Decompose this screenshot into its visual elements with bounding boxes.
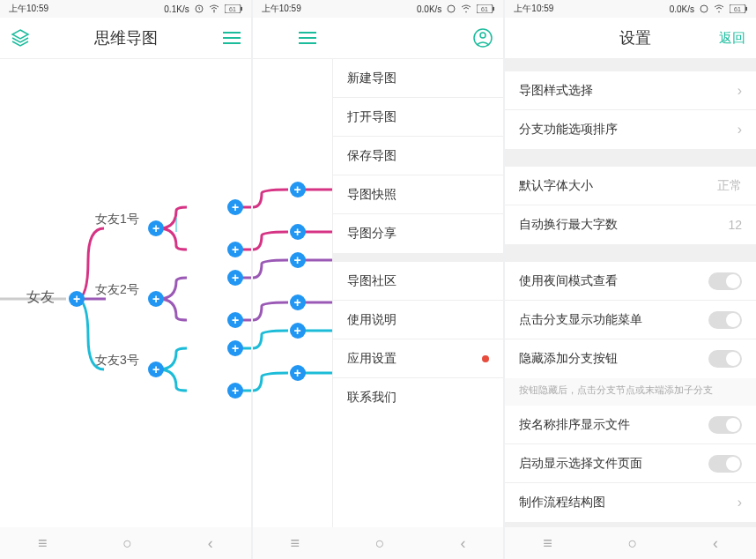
battery-icon: 61	[225, 4, 242, 13]
svg-point-7	[466, 11, 468, 13]
menu-item-new[interactable]: 新建导图	[333, 59, 504, 98]
chevron-right-icon: ›	[737, 83, 742, 99]
mindmap-sliver[interactable]: + + + + + +	[253, 59, 332, 527]
app-title: 思维导图	[30, 27, 223, 48]
setting-flowchart[interactable]: 制作流程结构图›	[505, 483, 756, 522]
branch-node[interactable]: 女友3号	[95, 353, 139, 369]
svg-text:61: 61	[229, 6, 236, 12]
app-bar: 设置 返回	[505, 18, 756, 58]
setting-branch-order[interactable]: 分支功能选项排序›	[505, 110, 756, 149]
add-node-button[interactable]: +	[227, 383, 243, 399]
system-nav-bar: ≡ ○ ‹	[505, 527, 756, 559]
add-node-button[interactable]: +	[148, 220, 164, 236]
chevron-right-icon: ›	[737, 495, 742, 511]
add-node-button[interactable]: +	[290, 365, 306, 381]
branch-node[interactable]: 女友2号	[95, 282, 139, 298]
status-time: 上午10:59	[9, 3, 48, 15]
setting-startup-picker[interactable]: 启动显示选择文件页面	[505, 444, 756, 483]
home-button[interactable]: ○	[122, 534, 132, 553]
status-bar: 上午10:59 0.1K/s 61	[0, 0, 251, 18]
menu-icon[interactable]	[223, 32, 241, 44]
add-node-button[interactable]: +	[227, 312, 243, 328]
add-node-button[interactable]: +	[227, 199, 243, 215]
add-node-button[interactable]: +	[290, 294, 306, 310]
setting-font-size[interactable]: 默认字体大小正常	[505, 167, 756, 205]
status-speed: 0.0K/s	[670, 4, 694, 14]
toggle[interactable]	[708, 416, 742, 434]
setting-sort-by-name[interactable]: 按名称排序显示文件	[505, 406, 756, 444]
status-speed: 0.0K/s	[417, 4, 441, 14]
svg-rect-9	[493, 7, 494, 11]
add-node-button[interactable]: +	[148, 361, 164, 377]
menu-item-settings[interactable]: 应用设置	[333, 339, 504, 378]
menu-item-share[interactable]: 导图分享	[333, 214, 504, 253]
notification-dot	[482, 355, 489, 362]
chevron-right-icon: ›	[737, 122, 742, 138]
status-time: 上午10:59	[514, 3, 553, 15]
home-button[interactable]: ○	[627, 534, 637, 553]
setting-wrap-chars[interactable]: 自动换行最大字数12	[505, 205, 756, 244]
svg-rect-3	[241, 7, 242, 11]
profile-icon[interactable]	[473, 28, 493, 48]
root-node[interactable]: 女友	[26, 288, 55, 307]
app-bar: 思维导图	[0, 18, 251, 58]
svg-text:61: 61	[734, 6, 741, 12]
back-button[interactable]: ‹	[208, 534, 213, 553]
add-node-button[interactable]: +	[227, 340, 243, 356]
setting-hide-add[interactable]: 隐藏添加分支按钮	[505, 339, 756, 378]
branch-node[interactable]: 女友1号	[95, 212, 139, 227]
menu-item-community[interactable]: 导图社区	[333, 262, 504, 301]
battery-icon: 61	[730, 4, 747, 13]
svg-point-12	[480, 33, 485, 38]
add-node-button[interactable]: +	[290, 323, 306, 339]
add-node-button[interactable]: +	[227, 242, 243, 257]
setting-click-menu[interactable]: 点击分支显示功能菜单	[505, 301, 756, 339]
recent-apps-button[interactable]: ≡	[38, 534, 48, 553]
wifi-icon	[461, 4, 471, 13]
drawer-menu: 新建导图 打开导图 保存导图 导图快照 导图分享 导图社区 使用说明 应用设置 …	[332, 59, 504, 527]
setting-style-select[interactable]: 导图样式选择›	[505, 71, 756, 110]
svg-point-1	[213, 11, 215, 13]
menu-content: + + + + + + 新建导图 打开导图 保存导图 导图快照 导图分享 导图社…	[253, 59, 504, 527]
alarm-icon	[700, 4, 708, 13]
add-node-button[interactable]: +	[69, 291, 85, 307]
add-node-button[interactable]: +	[148, 291, 164, 307]
svg-point-14	[718, 11, 720, 13]
wifi-icon	[209, 4, 219, 13]
toggle[interactable]	[708, 350, 742, 368]
back-link[interactable]: 返回	[719, 30, 745, 47]
status-speed: 0.1K/s	[164, 4, 189, 14]
wifi-icon	[714, 4, 724, 13]
app-bar	[253, 18, 504, 58]
menu-item-snapshot[interactable]: 导图快照	[333, 175, 504, 214]
toggle[interactable]	[708, 455, 742, 473]
menu-item-help[interactable]: 使用说明	[333, 301, 504, 339]
menu-item-open[interactable]: 打开导图	[333, 98, 504, 137]
add-node-button[interactable]: +	[290, 224, 306, 240]
back-button[interactable]: ‹	[713, 534, 718, 553]
recent-apps-button[interactable]: ≡	[291, 534, 300, 553]
layers-icon[interactable]	[11, 28, 30, 48]
back-button[interactable]: ‹	[460, 534, 465, 553]
home-button[interactable]: ○	[375, 534, 385, 553]
alarm-icon	[447, 4, 456, 13]
recent-apps-button[interactable]: ≡	[543, 534, 552, 553]
add-node-button[interactable]: +	[290, 252, 306, 268]
svg-point-6	[448, 5, 455, 12]
menu-item-contact[interactable]: 联系我们	[333, 378, 504, 417]
toggle[interactable]	[708, 311, 742, 329]
svg-point-13	[700, 5, 708, 12]
add-node-button[interactable]: +	[290, 182, 306, 198]
menu-item-save[interactable]: 保存导图	[333, 137, 504, 175]
setting-hint: 按钮隐藏后，点击分支节点或末端添加子分支	[505, 378, 756, 406]
settings-content[interactable]: 导图样式选择› 分支功能选项排序› 默认字体大小正常 自动换行最大字数12 使用…	[505, 59, 756, 527]
status-bar: 上午10:59 0.0K/s 61	[505, 0, 756, 18]
setting-night-mode[interactable]: 使用夜间模式查看	[505, 262, 756, 301]
svg-text:61: 61	[481, 6, 488, 12]
add-node-button[interactable]: +	[227, 270, 243, 286]
toggle[interactable]	[708, 272, 742, 290]
battery-icon: 61	[477, 4, 494, 13]
mindmap-canvas[interactable]: 女友 + 女友1号 + + + 女友2号 + + + 女友3号 + + +	[0, 59, 251, 527]
menu-icon[interactable]	[299, 32, 316, 44]
status-bar: 上午10:59 0.0K/s 61	[253, 0, 504, 18]
